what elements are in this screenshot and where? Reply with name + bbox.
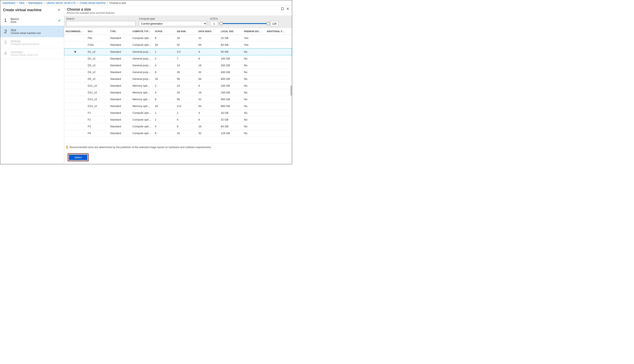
breadcrumb-sep-icon: > bbox=[107, 2, 108, 4]
wizard-step-summary: 4SummaryUbuntu Server 16.04 LTS〉 bbox=[0, 48, 64, 59]
step-subtitle: Configure optional features bbox=[11, 43, 55, 46]
column-header[interactable]: PREMIUM DIS...↑↓ bbox=[242, 28, 265, 35]
table-row[interactable]: F1StandardCompute optimiz12416 GBNo bbox=[64, 110, 292, 116]
step-title: Summary bbox=[11, 50, 55, 54]
breadcrumb-item[interactable]: Marketplace bbox=[28, 2, 43, 4]
step-number: 3 bbox=[4, 40, 8, 45]
vcpus-min-input[interactable] bbox=[210, 21, 218, 26]
search-label: Search bbox=[66, 17, 136, 20]
info-bar: Recommended sizes are determined by the … bbox=[64, 144, 292, 151]
wizard-panel: Create virtual machine ✕ 1BasicsDone✔2Si… bbox=[0, 6, 64, 164]
compute-type-select[interactable]: Current generation bbox=[139, 21, 207, 26]
step-subtitle: Ubuntu Server 16.04 LTS bbox=[11, 54, 55, 56]
restore-icon[interactable] bbox=[281, 8, 284, 10]
select-button[interactable]: Select bbox=[69, 155, 87, 160]
wizard-step-size[interactable]: 2SizeChoose virtual machine size〉 bbox=[0, 26, 64, 37]
page-subtitle: Browse the available sizes and their fea… bbox=[67, 12, 114, 14]
chevron-right-icon: 〉 bbox=[58, 30, 61, 33]
info-stripe-icon bbox=[67, 146, 68, 149]
column-header[interactable]: RECOMMEND...↑↓ bbox=[64, 28, 86, 35]
star-icon: ★ bbox=[66, 50, 85, 53]
check-icon: ✔ bbox=[58, 18, 61, 22]
breadcrumb-item[interactable]: Dashboard bbox=[3, 2, 15, 4]
step-number: 4 bbox=[4, 51, 8, 56]
size-table: RECOMMEND...↑↓SKU↑↓TYPE↑↓COMPUTE TYPE↑↓V… bbox=[64, 28, 292, 137]
table-row[interactable]: F16sStandardCompute optimiz16326464 GBYe… bbox=[64, 42, 292, 48]
table-row[interactable]: D13_v2StandardMemory optimize85632400 GB… bbox=[64, 96, 292, 103]
close-icon[interactable] bbox=[286, 8, 289, 10]
page-title: Choose a size bbox=[67, 8, 114, 12]
table-row[interactable]: D4_v2StandardGeneral purpose82832400 GBN… bbox=[64, 69, 292, 76]
column-header[interactable]: TYPE↑↓ bbox=[108, 28, 131, 35]
breadcrumb-item[interactable]: New bbox=[19, 2, 24, 4]
breadcrumb-item[interactable]: Ubuntu Server 16.04 LTS bbox=[46, 2, 76, 4]
breadcrumb-sep-icon: > bbox=[77, 2, 79, 4]
search-input[interactable] bbox=[66, 21, 136, 26]
step-number: 1 bbox=[4, 18, 8, 23]
size-panel: Choose a size Browse the available sizes… bbox=[64, 6, 292, 164]
vcpus-slider[interactable] bbox=[219, 21, 269, 26]
breadcrumb-item[interactable]: Create virtual machine bbox=[80, 2, 106, 4]
breadcrumb-item: Choose a size bbox=[109, 2, 126, 4]
table-row[interactable]: D12_v2StandardMemory optimize42816200 GB… bbox=[64, 89, 292, 96]
column-header[interactable]: ADDITIONAL F...↑↓ bbox=[265, 28, 292, 35]
wizard-step-settings: 3SettingsConfigure optional features〉 bbox=[0, 37, 64, 48]
breadcrumb-sep-icon: > bbox=[26, 2, 27, 4]
breadcrumb: Dashboard>New>Marketplace>Ubuntu Server … bbox=[0, 0, 292, 6]
wizard-title: Create virtual machine bbox=[3, 8, 42, 12]
table-row[interactable]: F8sStandardCompute optimiz8163232 GBYes bbox=[64, 35, 292, 42]
select-button-highlight: Select bbox=[68, 154, 89, 161]
sort-icon: ↑↓ bbox=[116, 30, 118, 32]
table-row[interactable]: D11_v2StandardMemory optimize2148100 GBN… bbox=[64, 82, 292, 89]
sort-icon: ↑↓ bbox=[284, 30, 286, 32]
step-title: Basics bbox=[11, 17, 55, 20]
filter-bar: Search Compute type Current generation v… bbox=[64, 16, 292, 28]
sort-icon: ↑↓ bbox=[261, 30, 263, 32]
vcpus-max-input[interactable] bbox=[270, 21, 278, 26]
step-subtitle: Choose virtual machine size bbox=[11, 32, 55, 34]
step-number: 2 bbox=[4, 29, 8, 34]
wizard-step-basics[interactable]: 1BasicsDone✔ bbox=[0, 15, 64, 26]
step-title: Settings bbox=[11, 40, 55, 43]
column-header[interactable]: SKU↑↓ bbox=[86, 28, 108, 35]
column-header[interactable]: COMPUTE TYPE↑↓ bbox=[131, 28, 153, 35]
info-text: Recommended sizes are determined by the … bbox=[70, 146, 212, 149]
column-header[interactable]: GB RAM↑↓ bbox=[175, 28, 197, 35]
sort-icon: ↑↓ bbox=[93, 30, 95, 32]
compute-type-label: Compute type bbox=[139, 17, 207, 20]
step-subtitle: Done bbox=[11, 20, 55, 23]
sort-icon: ↑↓ bbox=[212, 30, 214, 32]
size-table-wrap: RECOMMEND...↑↓SKU↑↓TYPE↑↓COMPUTE TYPE↑↓V… bbox=[64, 28, 292, 144]
sort-icon: ↑↓ bbox=[163, 30, 165, 32]
svg-rect-0 bbox=[282, 8, 284, 10]
table-row[interactable]: F2StandardCompute optimiz24832 GBNo bbox=[64, 116, 292, 123]
table-row[interactable]: D3_v2StandardGeneral purpose41416200 GBN… bbox=[64, 62, 292, 69]
scrollbar[interactable] bbox=[290, 38, 292, 144]
column-header[interactable]: DATA DISKS↑↓ bbox=[197, 28, 219, 35]
table-row[interactable]: D14_v2StandardMemory optimize1611264800 … bbox=[64, 103, 292, 110]
sort-icon: ↑↓ bbox=[83, 30, 85, 32]
step-title: Size bbox=[11, 28, 55, 32]
table-row[interactable]: F4StandardCompute optimiz481664 GBNo bbox=[64, 123, 292, 130]
table-row[interactable]: D5_v2StandardGeneral purpose165664800 GB… bbox=[64, 76, 292, 82]
close-icon[interactable]: ✕ bbox=[57, 8, 61, 12]
vcpus-label: vCPUs bbox=[210, 17, 278, 20]
sort-icon: ↑↓ bbox=[186, 30, 188, 32]
breadcrumb-sep-icon: > bbox=[17, 2, 18, 4]
table-row[interactable]: ★D1_v2StandardGeneral purpose13.5450 GBN… bbox=[64, 48, 292, 55]
table-row[interactable]: F8StandardCompute optimiz81632128 GBNo bbox=[64, 130, 292, 137]
chevron-right-icon: 〉 bbox=[58, 41, 61, 44]
column-header[interactable]: VCPUS↑↓ bbox=[153, 28, 175, 35]
breadcrumb-sep-icon: > bbox=[44, 2, 45, 4]
sort-icon: ↑↓ bbox=[234, 30, 236, 32]
column-header[interactable]: LOCAL SSD↑↓ bbox=[219, 28, 242, 35]
table-row[interactable]: D2_v2StandardGeneral purpose278100 GBNo bbox=[64, 55, 292, 62]
chevron-right-icon: 〉 bbox=[58, 52, 61, 55]
